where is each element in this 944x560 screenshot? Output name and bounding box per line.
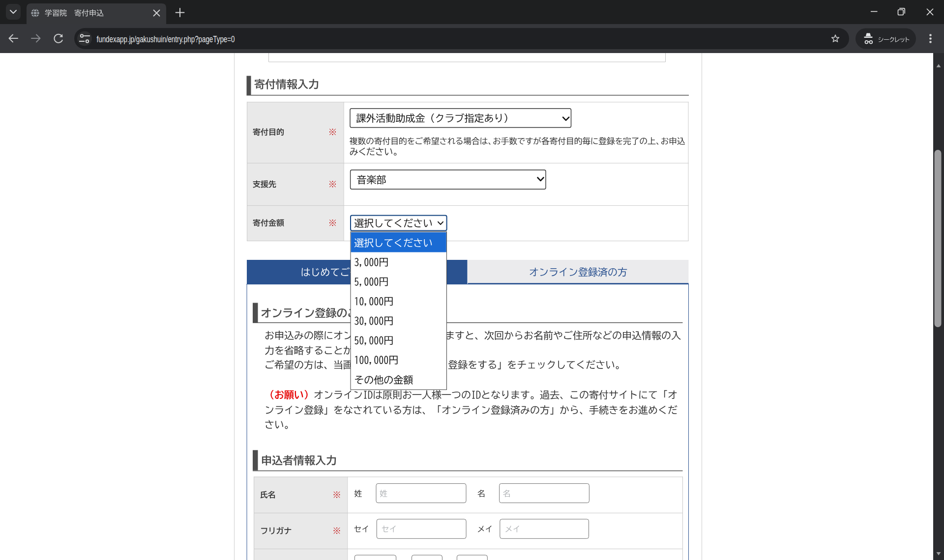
svg-text:fundexapp.jp/gakushuin/entry.p: fundexapp.jp/gakushuin/entry.php?pageTyp… [97, 34, 235, 44]
